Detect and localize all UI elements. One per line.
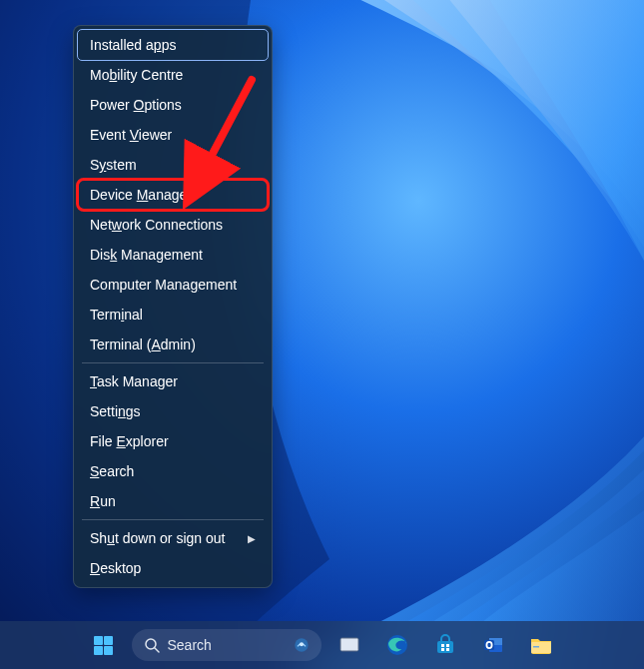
store-icon	[434, 634, 456, 656]
taskbar-edge[interactable]	[377, 625, 417, 665]
taskbar-file-explorer[interactable]	[521, 625, 561, 665]
menu-item-label: Disk Management	[90, 247, 203, 263]
chevron-right-icon: ▶	[248, 533, 256, 544]
svg-rect-13	[441, 648, 444, 651]
svg-rect-12	[446, 644, 449, 647]
menu-item-label: Device Manager	[90, 187, 192, 203]
taskbar-store[interactable]	[425, 625, 465, 665]
menu-item-label: Computer Management	[90, 277, 237, 293]
menu-item-terminal-admin[interactable]: Terminal (Admin)	[78, 330, 268, 359]
menu-item-label: Terminal	[90, 307, 143, 323]
menu-item-label: Shut down or sign out	[90, 530, 225, 546]
menu-item-label: Event Viewer	[90, 127, 172, 143]
menu-item-label: Run	[90, 493, 116, 509]
search-placeholder: Search	[168, 637, 212, 653]
menu-item-desktop[interactable]: Desktop	[78, 553, 268, 583]
menu-item-terminal[interactable]: Terminal	[78, 300, 268, 330]
taskbar-search[interactable]: Search	[132, 629, 322, 661]
menu-item-system[interactable]: System	[78, 150, 268, 180]
taskbar-task-view[interactable]	[329, 625, 369, 665]
menu-item-computer-management[interactable]: Computer Management	[78, 270, 268, 300]
menu-item-label: Network Connections	[90, 217, 223, 233]
search-icon	[144, 637, 160, 653]
menu-item-label: Terminal (Admin)	[90, 336, 196, 352]
menu-item-installed-apps[interactable]: Installed apps	[78, 30, 268, 60]
menu-item-label: Search	[90, 463, 134, 479]
svg-rect-11	[441, 644, 444, 647]
menu-item-disk-management[interactable]: Disk Management	[78, 240, 268, 270]
start-button[interactable]	[84, 625, 124, 665]
taskbar: Search	[0, 621, 644, 669]
menu-item-label: Mobility Centre	[90, 67, 183, 83]
menu-item-shut-down-or-sign-out[interactable]: Shut down or sign out▶	[78, 523, 268, 553]
menu-item-label: Task Manager	[90, 373, 178, 389]
edge-icon	[385, 633, 409, 657]
menu-item-file-explorer[interactable]: File Explorer	[78, 426, 268, 456]
svg-line-4	[155, 648, 159, 652]
folder-icon	[529, 634, 553, 656]
svg-rect-7	[340, 638, 358, 651]
search-highlight-icon	[294, 633, 310, 657]
menu-item-network-connections[interactable]: Network Connections	[78, 210, 268, 240]
taskbar-outlook[interactable]	[473, 625, 513, 665]
svg-rect-10	[437, 641, 453, 653]
menu-item-label: Desktop	[90, 560, 141, 576]
menu-item-label: Settings	[90, 403, 141, 419]
menu-divider	[82, 362, 264, 363]
menu-item-label: File Explorer	[90, 433, 169, 449]
svg-rect-20	[533, 646, 539, 648]
winx-context-menu: Installed appsMobility CentrePower Optio…	[73, 25, 273, 588]
menu-item-device-manager[interactable]: Device Manager	[78, 180, 268, 210]
menu-item-event-viewer[interactable]: Event Viewer	[78, 120, 268, 150]
svg-rect-14	[446, 648, 449, 651]
windows-logo-icon	[94, 636, 113, 655]
menu-item-label: Installed apps	[90, 37, 176, 53]
menu-item-label: System	[90, 157, 137, 173]
menu-divider	[82, 519, 264, 520]
menu-item-label: Power Options	[90, 97, 182, 113]
menu-item-mobility-centre[interactable]: Mobility Centre	[78, 60, 268, 90]
outlook-icon	[482, 634, 504, 656]
task-view-icon	[338, 634, 360, 656]
menu-item-settings[interactable]: Settings	[78, 396, 268, 426]
menu-item-search[interactable]: Search	[78, 456, 268, 486]
menu-item-power-options[interactable]: Power Options	[78, 90, 268, 120]
svg-point-6	[300, 642, 304, 646]
menu-item-task-manager[interactable]: Task Manager	[78, 366, 268, 396]
menu-item-run[interactable]: Run	[78, 486, 268, 516]
